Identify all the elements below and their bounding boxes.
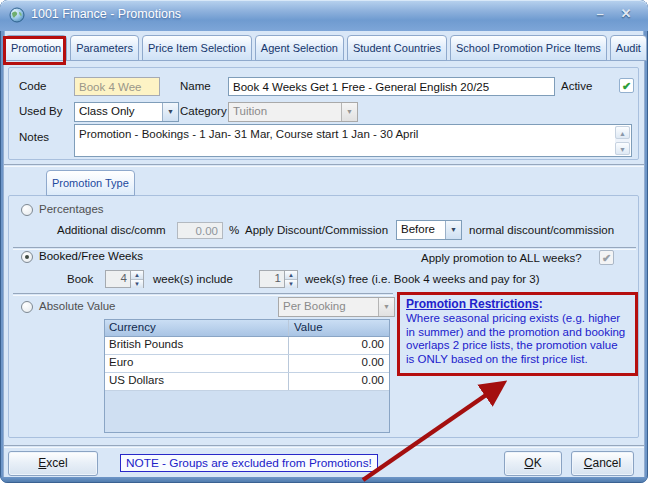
- used-by-dropdown[interactable]: Class Only ▼: [74, 102, 179, 122]
- active-checkbox[interactable]: ✔: [619, 78, 634, 93]
- value-cell[interactable]: 0.00: [289, 355, 389, 372]
- table-row[interactable]: US Dollars 0.00: [105, 373, 389, 391]
- tab-promotion-type[interactable]: Promotion Type: [46, 170, 135, 196]
- restrictions-colon: :: [539, 297, 543, 311]
- apply-before-after-value: Before: [397, 221, 445, 239]
- apply-before-after-dropdown[interactable]: Before ▼: [396, 220, 462, 240]
- absolute-value-label: Absolute Value: [39, 300, 116, 312]
- book-spin-down-icon[interactable]: ▼: [131, 280, 143, 288]
- tab-school-promotion-price-items[interactable]: School Promotion Price Items: [450, 35, 607, 61]
- per-booking-value: Per Booking: [279, 298, 378, 316]
- notes-text: Promotion - Bookings - 1 Jan- 31 Mar, Co…: [79, 128, 418, 140]
- free-weeks-value: 1: [259, 270, 285, 288]
- category-dropdown-arrow-icon[interactable]: ▼: [341, 103, 357, 121]
- promotion-restrictions-callout: Promotion Restrictions: Where seasonal p…: [397, 292, 638, 376]
- free-weeks-stepper[interactable]: 1 ▲▼: [259, 270, 298, 288]
- table-row[interactable]: British Pounds 0.00: [105, 337, 389, 355]
- book-weeks-stepper[interactable]: 4 ▲▼: [105, 270, 144, 288]
- book-label: Book: [67, 273, 93, 285]
- currency-cell: British Pounds: [105, 337, 289, 354]
- category-value: Tuition: [229, 103, 341, 121]
- annotation-highlight-promotion-tab: [3, 36, 66, 65]
- groups-excluded-note: NOTE - Groups are excluded from Promotio…: [120, 454, 378, 472]
- percentages-radio[interactable]: [21, 204, 33, 216]
- globe-app-icon: [9, 7, 25, 23]
- booked-free-weeks-label: Booked/Free Weeks: [39, 250, 143, 262]
- promotion-type-panel: Percentages Additional disc/comm % Apply…: [8, 195, 639, 438]
- currency-cell: Euro: [105, 355, 289, 372]
- apply-all-weeks-checkbox[interactable]: ✔: [599, 250, 614, 265]
- option-separator-2: [13, 293, 393, 295]
- used-by-label: Used By: [19, 105, 62, 117]
- weeks-include-label: week(s) include: [153, 273, 233, 285]
- tab-price-item-selection[interactable]: Price Item Selection: [142, 35, 252, 61]
- percentages-label: Percentages: [39, 203, 104, 215]
- book-weeks-value: 4: [105, 270, 131, 288]
- active-label: Active: [561, 80, 592, 92]
- additional-disc-comm-input[interactable]: [177, 222, 223, 239]
- tab-parameters[interactable]: Parameters: [70, 35, 139, 61]
- currency-table-header: Currency Value: [105, 320, 389, 337]
- used-by-dropdown-arrow-icon[interactable]: ▼: [162, 103, 178, 121]
- additional-disc-comm-label: Additional disc/comm: [57, 224, 166, 236]
- footer-separator: [4, 445, 644, 447]
- name-label: Name: [180, 80, 211, 92]
- value-cell[interactable]: 0.00: [289, 373, 389, 390]
- minimize-button[interactable]: –: [590, 6, 610, 24]
- close-button[interactable]: ✕: [616, 6, 636, 24]
- titlebar: 1001 Finance - Promotions – ✕: [0, 0, 648, 31]
- per-booking-dropdown-arrow-icon[interactable]: ▼: [378, 298, 394, 316]
- value-cell[interactable]: 0.00: [289, 337, 389, 354]
- table-row[interactable]: Euro 0.00: [105, 355, 389, 373]
- tab-agent-selection[interactable]: Agent Selection: [255, 35, 344, 61]
- category-label: Category: [180, 105, 227, 117]
- tab-audit[interactable]: Audit: [610, 35, 647, 61]
- notes-label: Notes: [19, 131, 49, 143]
- code-input[interactable]: [74, 77, 160, 96]
- category-dropdown[interactable]: Tuition ▼: [228, 102, 358, 122]
- booked-free-weeks-radio[interactable]: [21, 251, 33, 263]
- cancel-button-label: ancel: [592, 456, 621, 470]
- tab-student-countries[interactable]: Student Countries: [347, 35, 447, 61]
- cancel-button[interactable]: Cancel: [571, 451, 634, 476]
- ok-button-label: K: [534, 456, 542, 470]
- name-input[interactable]: [228, 77, 555, 96]
- restrictions-body: Where seasonal pricing exists (e.g. high…: [406, 312, 629, 366]
- ok-button[interactable]: OK: [504, 451, 562, 476]
- window-title: 1001 Finance - Promotions: [31, 7, 181, 21]
- currency-column-header[interactable]: Currency: [105, 320, 289, 336]
- section-separator: [4, 164, 644, 166]
- apply-discount-commission-label: Apply Discount/Commission: [245, 224, 388, 236]
- value-column-header[interactable]: Value: [289, 320, 389, 336]
- percent-sign: %: [229, 224, 239, 236]
- weeks-free-label: week(s) free (i.e. Book 4 weeks and pay …: [305, 273, 540, 285]
- apply-dropdown-arrow-icon[interactable]: ▼: [445, 221, 461, 239]
- currency-cell: US Dollars: [105, 373, 289, 390]
- per-booking-dropdown[interactable]: Per Booking ▼: [278, 297, 395, 317]
- header-fields-panel: Code Name Active ✔ Used By Class Only ▼ …: [8, 67, 639, 160]
- option-separator-1: [13, 247, 636, 249]
- restrictions-title: Promotion Restrictions: [406, 297, 539, 311]
- scroll-down-icon[interactable]: ▼: [615, 142, 630, 155]
- absolute-value-radio[interactable]: [21, 301, 33, 313]
- ok-button-accel: O: [524, 456, 533, 470]
- normal-discount-commission-label: normal discount/commission: [469, 224, 614, 236]
- notes-textarea[interactable]: Promotion - Bookings - 1 Jan- 31 Mar, Co…: [74, 124, 632, 157]
- code-label: Code: [19, 80, 47, 92]
- tab-strip: Promotion Parameters Price Item Selectio…: [5, 35, 647, 61]
- window-bottom-edge: [1, 477, 647, 482]
- free-spin-up-icon[interactable]: ▲: [285, 271, 297, 280]
- currency-table[interactable]: Currency Value British Pounds 0.00 Euro …: [104, 319, 390, 433]
- excel-button-label: xcel: [46, 456, 67, 470]
- apply-all-weeks-label: Apply promotion to ALL weeks?: [421, 252, 582, 264]
- used-by-value: Class Only: [75, 103, 162, 121]
- book-spin-up-icon[interactable]: ▲: [131, 271, 143, 280]
- promotions-window: 1001 Finance - Promotions – ✕ Promotion …: [0, 0, 648, 483]
- free-spin-down-icon[interactable]: ▼: [285, 280, 297, 288]
- notes-scrollbar[interactable]: ▲ ▼: [615, 126, 630, 155]
- excel-button[interactable]: Excel: [8, 451, 98, 476]
- scroll-up-icon[interactable]: ▲: [615, 126, 630, 139]
